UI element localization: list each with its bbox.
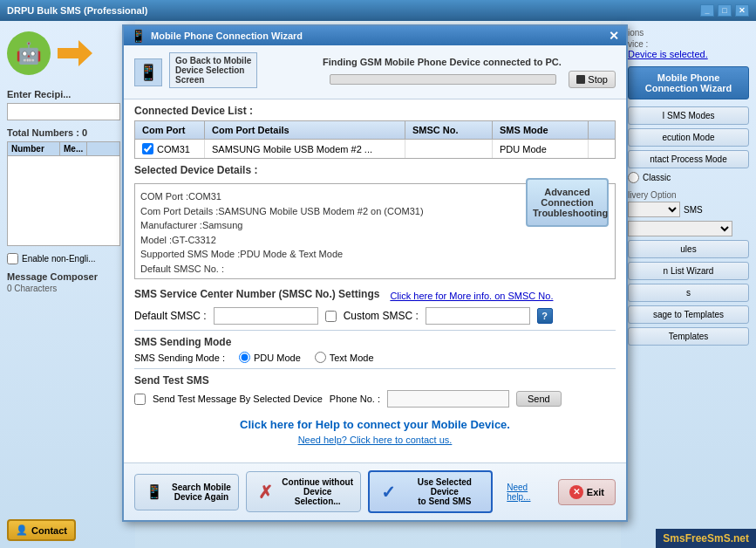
execution-mode-button[interactable]: ecution Mode (628, 128, 749, 147)
exit-button[interactable]: ✕ Exit (558, 479, 616, 505)
contact-icon: 👤 (16, 524, 28, 536)
stop-label: Stop (588, 74, 608, 85)
smsc-row: Default SMSC : Custom SMSC : ? (134, 307, 616, 325)
col-details-header: Com Port Details (205, 121, 405, 139)
smsc-section: SMS Service Center Number (SMSC No.) Set… (124, 283, 626, 328)
back-btn-label: Go Back to MobileDevice SelectionScreen (175, 56, 251, 85)
back-button[interactable]: Go Back to MobileDevice SelectionScreen (169, 52, 257, 88)
wizard-dialog: 📱 Mobile Phone Connection Wizard ✕ 📱 Go … (122, 24, 628, 522)
advanced-line3: Troubleshooting (533, 208, 602, 218)
sms-modes-button[interactable]: I SMS Modes (628, 106, 749, 125)
sage-to-templates-button[interactable]: sage to Templates (628, 305, 749, 324)
classic-label: Classic (643, 173, 671, 182)
sms-mode-radio-row: SMS Sending Mode : PDU Mode Text Mode (134, 352, 616, 363)
sms-mode-section-label: SMS Sending Mode (134, 336, 616, 348)
device-table-header: Com Port Com Port Details SMSC No. SMS M… (135, 121, 615, 140)
number-table-header: Number Me... (8, 142, 119, 156)
mobile-phone-wizard-button[interactable]: Mobile PhoneConnection Wizard (628, 66, 749, 99)
s-button[interactable]: s (628, 284, 749, 302)
wizard-titlebar-icon: 📱 (131, 29, 146, 43)
advanced-line2: Connection (533, 197, 602, 208)
rules-button[interactable]: ules (628, 240, 749, 258)
sms-label: SMS (684, 205, 703, 215)
left-panel: 🤖 Enter Recipi... Total Numbers : 0 Numb… (0, 21, 135, 548)
list-wizard-button[interactable]: n List Wizard (628, 262, 749, 280)
delivery-option-row: SMS (628, 202, 749, 217)
number-table: Number Me... (7, 141, 120, 246)
non-english-checkbox[interactable] (7, 253, 18, 264)
stop-button[interactable]: Stop (569, 71, 616, 88)
close-button[interactable]: ✕ (735, 4, 749, 17)
wizard-titlebar: 📱 Mobile Phone Connection Wizard ✕ (124, 26, 626, 45)
classic-radio-group: Classic (628, 172, 749, 183)
text-mode-label: Text Mode (330, 353, 374, 363)
custom-smsc-label: Custom SMSC : (344, 310, 419, 322)
device-details-cell: SAMSUNG Mobile USB Modem #2 ... (205, 140, 405, 158)
smsc-question-button[interactable]: ? (537, 308, 553, 324)
minimize-button[interactable]: _ (700, 4, 714, 17)
table-row[interactable]: COM31 SAMSUNG Mobile USB Modem #2 ... PD… (135, 140, 615, 158)
phone-input[interactable] (387, 390, 509, 408)
search-again-icon: 📱 (142, 480, 167, 504)
classic-radio[interactable] (628, 172, 639, 183)
sms-mode-section: SMS Sending Mode SMS Sending Mode : PDU … (124, 332, 626, 366)
col-com-header: Com Port (135, 121, 205, 139)
progress-row: Stop (323, 71, 616, 88)
contact-process-button[interactable]: ntact Process Mode (628, 150, 749, 168)
contact-button[interactable]: 👤 Contact (7, 519, 76, 541)
phone-label: Phone No. : (330, 394, 380, 404)
divider-1 (134, 330, 616, 331)
pdu-mode-radio[interactable] (239, 352, 250, 363)
smsc-cell (405, 140, 493, 158)
send-test-section: Send Test SMS Send Test Message By Selec… (124, 371, 626, 411)
col-number-header: Number (8, 142, 60, 155)
use-selected-label: Use Selected Deviceto Send SMS (405, 477, 484, 506)
templates-button[interactable]: Templates (628, 327, 749, 346)
delivery-select[interactable] (628, 202, 680, 217)
use-selected-button[interactable]: ✓ Use Selected Deviceto Send SMS (368, 470, 493, 513)
selected-device-label: Selected Device Details : (124, 159, 626, 180)
classic-radio-item: Classic (628, 172, 749, 183)
help-contact-link[interactable]: Need help? Click here to contact us. (134, 435, 616, 445)
continue-without-button[interactable]: ✗ Continue withoutDevice Selection... (246, 471, 361, 512)
default-smsc-input[interactable] (214, 307, 318, 325)
text-mode-radio[interactable] (315, 352, 326, 363)
col-smsc-header: SMSC No. (405, 121, 493, 139)
smsc-header-row: SMS Service Center Number (SMSC No.) Set… (134, 288, 616, 304)
custom-smsc-checkbox[interactable] (325, 311, 337, 322)
send-test-checkbox[interactable] (134, 394, 146, 405)
help-main-text[interactable]: Click here for Help to connect your Mobi… (134, 418, 616, 431)
wizard-close-button[interactable]: ✕ (609, 29, 619, 43)
detail-supported-mode: Supported SMS Mode :PDU Mode & Text Mode (140, 247, 610, 262)
s-label: s (686, 288, 691, 298)
search-again-label: Search MobileDevice Again (172, 483, 231, 502)
help-right-link[interactable]: Need help... (507, 483, 551, 502)
delivery-select-2[interactable] (628, 221, 732, 236)
detail-operator-code: Operator Code : (140, 276, 610, 279)
progress-bar-container (330, 74, 556, 85)
advanced-troubleshooting-button[interactable]: Advanced Connection Troubleshooting (526, 178, 609, 227)
send-button[interactable]: Send (516, 391, 562, 407)
exit-label: Exit (587, 487, 604, 497)
detail-default-smsc: Default SMSC No. : (140, 262, 610, 277)
wizard-header-icon: 📱 (134, 58, 162, 86)
android-icon: 🤖 (7, 31, 51, 75)
col-message-header: Me... (60, 142, 87, 155)
help-section: Click here for Help to connect your Mobi… (124, 411, 626, 449)
non-english-label: Enable non-Engli... (22, 254, 96, 264)
send-test-label: Send Test SMS (134, 374, 616, 387)
connected-device-list-label: Connected Device List : (124, 99, 626, 120)
detail-model: Model :GT-C3312 (140, 233, 610, 248)
smsfree-badge: SmsFreeSmS.net (656, 529, 756, 548)
smsc-label: SMS Service Center Number (SMSC No.) Set… (134, 288, 379, 300)
smsc-link[interactable]: Click here for More info. on SMSC No. (390, 291, 553, 301)
total-numbers-label: Total Numbers : 0 (7, 127, 128, 138)
recipients-input[interactable] (7, 103, 120, 120)
maximize-button[interactable]: □ (718, 4, 732, 17)
sms-modes-label: I SMS Modes (662, 111, 714, 120)
device-checkbox[interactable] (142, 143, 153, 154)
selected-device-area: Selected Device Details : COM Port :COM3… (124, 159, 626, 283)
search-again-button[interactable]: 📱 Search MobileDevice Again (134, 474, 239, 510)
non-english-row: Enable non-Engli... (7, 253, 128, 264)
custom-smsc-input[interactable] (426, 307, 530, 325)
